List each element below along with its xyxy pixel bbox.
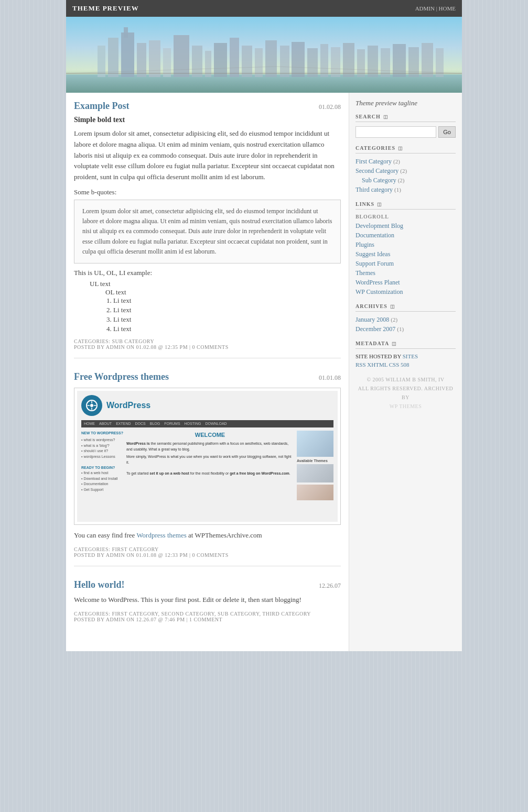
xhtml-link[interactable]: XHTML [367, 361, 387, 368]
list-item: Suggest Ideas [355, 250, 456, 258]
wp-start-text: To get started set it up on a web host f… [126, 471, 294, 477]
sidebar-tagline: Theme preview tagline [355, 99, 456, 107]
page-wrapper: THEME PREVIEW ADMIN | HOME [66, 0, 462, 651]
category-item: Third category (1) [355, 186, 456, 194]
svg-rect-27 [408, 47, 419, 77]
categories-list: First Category (2) Second Category (2) S… [355, 158, 456, 194]
archive-link[interactable]: January 2008 [355, 316, 389, 323]
category-link[interactable]: First Category [355, 158, 392, 165]
post-title[interactable]: Example Post [74, 101, 130, 112]
svg-rect-9 [174, 35, 189, 77]
archive-count: (1) [397, 326, 404, 332]
svg-rect-24 [368, 46, 378, 77]
archive-link[interactable]: December 2007 [355, 325, 395, 333]
wp-themes-link[interactable]: WP THEMES [390, 403, 422, 409]
wp-logo-area: WordPress [81, 395, 333, 416]
post-body: Lorem ipsum dolor sit amet, consectetur … [74, 128, 341, 183]
search-input[interactable] [355, 126, 436, 138]
post-body: You can easy find free Wordpress themes … [74, 530, 341, 541]
search-icon: ◫ [383, 114, 389, 119]
available-themes-label: Available Themes [297, 459, 333, 463]
wp-main-body: WELCOME WordPress is the semantic person… [126, 431, 294, 502]
category-link[interactable]: Third category [355, 186, 393, 193]
svg-rect-10 [192, 46, 202, 77]
search-button[interactable]: Go [438, 126, 456, 138]
wp-link: • Download and Install [81, 476, 123, 482]
post-author-info: POSTED BY ADMIN ON 12.26.07 @ 7:46 PM | … [74, 617, 341, 622]
blogroll-link[interactable]: Documentation [355, 232, 394, 239]
blogroll-link[interactable]: Themes [355, 269, 375, 277]
header: THEME PREVIEW ADMIN | HOME [66, 0, 462, 17]
archives-list: January 2008 (2) December 2007 (1) [355, 316, 456, 333]
post-header: Hello world! 12.26.07 [74, 579, 341, 590]
svg-rect-22 [343, 43, 354, 77]
svg-rect-20 [320, 44, 328, 77]
content-area: Example Post 01.02.08 Simple bold text L… [66, 93, 462, 651]
blogroll-link[interactable]: Support Forum [355, 260, 394, 267]
list-label: This is UL, OL, LI example: [74, 269, 341, 277]
nav-extend: EXTEND [116, 422, 131, 425]
svg-rect-14 [242, 46, 252, 77]
css-link[interactable]: CSS [389, 361, 400, 368]
wp-more-text: More simply, WordPress is what you use w… [126, 454, 294, 465]
blogroll-link[interactable]: Plugins [355, 241, 374, 248]
list-item: Plugins [355, 241, 456, 249]
svg-rect-4 [121, 32, 134, 77]
post-meta: CATEGORIES: FIRST CATEGORY POSTED BY ADM… [74, 546, 341, 558]
list-item: Li text [113, 297, 341, 305]
wp-mock: WordPress HOME ABOUT EXTEND DOCS BLOG FO… [77, 391, 338, 507]
sidebar: Theme preview tagline SEARCH ◫ Go CATEGO… [349, 93, 462, 651]
wp-section-title: NEW TO WORDPRESS? [81, 431, 123, 436]
list-item: Li text [113, 325, 341, 333]
category-item: Second Category (2) [355, 167, 456, 175]
rss-link[interactable]: RSS [355, 361, 366, 368]
wp-link: • what is a 'blog'? [81, 443, 123, 449]
svg-rect-15 [255, 48, 263, 77]
wordpress-themes-link[interactable]: Wordpress themes [136, 531, 186, 539]
metadata-heading: METADATA ◫ [355, 341, 456, 349]
post-title[interactable]: Hello world! [74, 579, 125, 590]
post-author-info: POSTED BY ADMIN ON 01.01.08 @ 12:33 PM |… [74, 552, 341, 558]
wp-link: • should i use it? [81, 448, 123, 454]
header-nav: ADMIN | HOME [415, 5, 456, 12]
blogroll-subheading: BLOGROLL [355, 214, 456, 220]
rights-text: ALL RIGHTS RESERVED. ARCHIVED BY [355, 384, 456, 402]
post-title[interactable]: Free Wordpress themes [74, 371, 169, 382]
svg-rect-17 [280, 46, 289, 77]
post-meta: CATEGORIES: FIRST CATEGORY, SECOND CATEG… [74, 611, 341, 622]
subcategory-link[interactable]: Sub Category [362, 177, 396, 184]
home-link[interactable]: HOME [439, 5, 456, 12]
post-header: Free Wordpress themes 01.01.08 [74, 371, 341, 382]
list-item: Li text [113, 315, 341, 324]
wp-right-col: Available Themes [297, 431, 333, 502]
wp-link: • find a web host [81, 470, 123, 476]
post-date: 01.02.08 [319, 103, 341, 111]
508-link[interactable]: 508 [401, 361, 410, 368]
sites-link[interactable]: SITES [403, 353, 418, 359]
svg-rect-21 [331, 47, 340, 77]
list-item: UL text OL text Li text Li text Li text … [90, 280, 341, 333]
archive-count: (2) [391, 316, 397, 323]
archive-item: January 2008 (2) [355, 316, 456, 324]
sidebar-footer: © 2005 WILLIAM B SMITH, IV ALL RIGHTS RE… [355, 375, 456, 411]
list-item: Themes [355, 269, 456, 277]
category-item-sub: Sub Category (2) [362, 177, 456, 184]
nav-docs: DOCS [135, 422, 146, 425]
category-link[interactable]: Second Category [355, 167, 398, 174]
blogroll-link[interactable]: WordPress Planet [355, 279, 400, 286]
blogroll-link[interactable]: WP Customization [355, 288, 403, 295]
list-item: WordPress Planet [355, 279, 456, 287]
banner-svg [66, 17, 462, 93]
post-author-info: POSTED BY ADMIN ON 01.02.08 @ 12:35 PM |… [74, 344, 341, 350]
svg-rect-12 [214, 43, 227, 77]
wp-nav-bar: HOME ABOUT EXTEND DOCS BLOG FORUMS HOSTI… [81, 420, 333, 427]
blogroll-link[interactable]: Suggest Ideas [355, 250, 390, 258]
nav-separator: | [436, 5, 437, 12]
wp-link: • Documentation [81, 481, 123, 487]
wp-link: • Get Support [81, 487, 123, 493]
wp-link: • wordpress Lessons [81, 454, 123, 460]
nav-forums: FORUMS [164, 422, 180, 425]
blogroll-link[interactable]: Development Blog [355, 222, 403, 229]
ol-list: Li text Li text Li text Li text [113, 297, 341, 333]
admin-link[interactable]: ADMIN [415, 5, 435, 12]
